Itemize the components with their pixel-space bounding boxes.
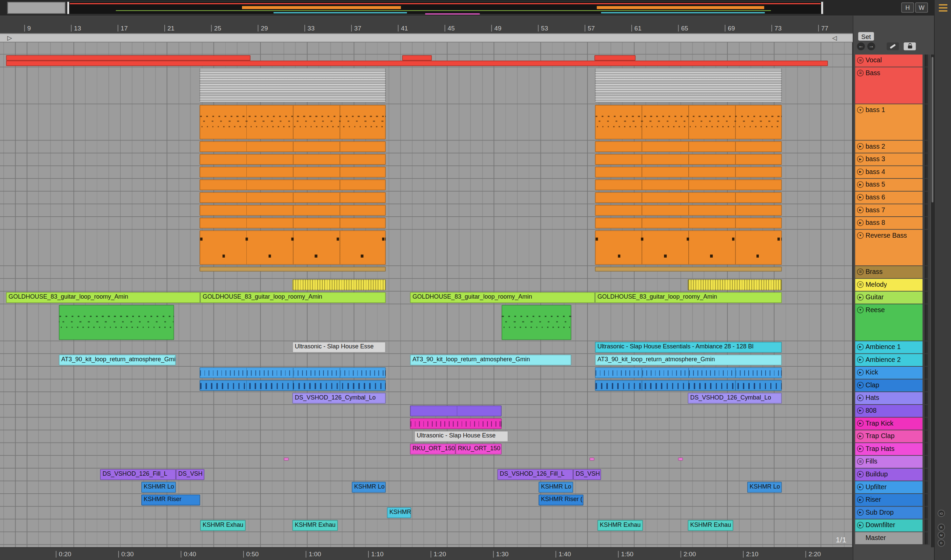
lane-trap-kick[interactable] bbox=[0, 417, 852, 430]
clip-ds-vshod-126-fill-l[interactable]: DS_VSHOD_126_Fill_L bbox=[497, 469, 573, 480]
clip-bass-8[interactable] bbox=[595, 218, 782, 229]
lane-bass-5[interactable] bbox=[0, 179, 852, 192]
clip-kshmr-exhau[interactable]: KSHMR Exhau bbox=[688, 520, 733, 531]
clip-ds-vsh[interactable]: DS_VSH bbox=[573, 469, 601, 480]
clip-bass-7[interactable] bbox=[200, 205, 386, 216]
clip-clap[interactable] bbox=[595, 380, 782, 391]
fold-closed-icon[interactable]: ▶ bbox=[857, 407, 864, 414]
track-name-box[interactable]: ▶bass 2 bbox=[855, 140, 923, 153]
clip-reverse-bass[interactable] bbox=[595, 230, 782, 265]
lane-upfilter[interactable]: KSHMR LoKSHMR LoKSHMR LoKSHMR Lo bbox=[0, 481, 852, 494]
clip-bass-1[interactable] bbox=[595, 105, 782, 140]
track-header-riser[interactable]: ▶Riser bbox=[855, 494, 929, 507]
lane-ambience-2[interactable]: AT3_90_kit_loop_return_atmosphere_GminAT… bbox=[0, 354, 852, 367]
track-header-trap-clap[interactable]: ▶Trap Clap bbox=[855, 430, 929, 443]
clip-goldhouse-83-guitar-loop-roomy-amin[interactable]: GOLDHOUSE_83_guitar_loop_roomy_Amin bbox=[410, 292, 595, 303]
scrub-area[interactable]: ▷ ◁ bbox=[0, 33, 853, 42]
track-name-box[interactable]: ▶Hats bbox=[855, 392, 923, 404]
fold-closed-icon[interactable]: ▶ bbox=[857, 156, 864, 163]
track-header-downfilter[interactable]: ▶Downfilter bbox=[855, 519, 929, 532]
lanes-icon[interactable]: ≡ bbox=[857, 282, 864, 288]
track-name-box[interactable]: ≡Vocal bbox=[855, 54, 923, 67]
lanes-icon[interactable]: ≡ bbox=[857, 57, 864, 64]
clip-bass-3[interactable] bbox=[200, 154, 386, 165]
clip-ultrasonic-slap-house-esse[interactable]: Ultrasonic - Slap House Esse bbox=[414, 431, 508, 442]
track-header-guitar[interactable]: ▶Guitar bbox=[855, 292, 929, 305]
clip-bass[interactable] bbox=[200, 68, 386, 102]
track-name-box[interactable]: ▼Reese bbox=[855, 305, 923, 341]
track-name-box[interactable]: ▶Kick bbox=[855, 367, 923, 379]
fold-closed-icon[interactable]: ▶ bbox=[857, 394, 864, 401]
track-name-box[interactable]: ▶Trap Hats bbox=[855, 443, 923, 455]
clip-melody[interactable] bbox=[688, 279, 781, 290]
clip-reese[interactable] bbox=[59, 305, 174, 340]
panel-toggle-r[interactable]: R bbox=[938, 524, 945, 531]
track-header-bass-8[interactable]: ▶bass 8 bbox=[855, 217, 929, 230]
lane-empty[interactable] bbox=[0, 42, 852, 54]
track-name-box[interactable]: ▶808 bbox=[855, 405, 923, 417]
track-name-box[interactable]: ▶bass 5 bbox=[855, 179, 923, 191]
lane-bass-2[interactable] bbox=[0, 140, 852, 153]
track-name-box[interactable]: ▶bass 3 bbox=[855, 153, 923, 166]
track-name-box[interactable]: ▶Sub Drop bbox=[855, 506, 923, 519]
clip-kshmr-lo[interactable]: KSHMR Lo bbox=[539, 482, 573, 492]
draw-mode-button[interactable] bbox=[887, 42, 899, 50]
clip-ds-vshod-126-cymbal-lo[interactable]: DS_VSHOD_126_Cymbal_Lo bbox=[292, 393, 386, 403]
lane-clap[interactable] bbox=[0, 380, 852, 392]
track-name-box[interactable]: ≡Brass bbox=[855, 266, 923, 278]
clip-clap[interactable] bbox=[200, 380, 386, 391]
clip-kshmr-lo[interactable]: KSHMR Lo bbox=[141, 482, 176, 492]
panel-toggle-m[interactable]: M bbox=[938, 532, 945, 538]
clip-goldhouse-83-guitar-loop-roomy-amin[interactable]: GOLDHOUSE_83_guitar_loop_roomy_Amin bbox=[200, 292, 386, 303]
clip-vocal[interactable] bbox=[402, 55, 432, 61]
track-header-hats[interactable]: ▶Hats bbox=[855, 392, 929, 405]
arrangement-area[interactable]: GOLDHOUSE_83_guitar_loop_roomy_AminGOLDH… bbox=[0, 42, 853, 547]
lane-hats[interactable]: DS_VSHOD_126_Cymbal_LoDS_VSHOD_126_Cymba… bbox=[0, 392, 852, 405]
clip-at3-90-kit-loop-return-atmosphere-gmin[interactable]: AT3_90_kit_loop_return_atmosphere_Gmin bbox=[410, 354, 571, 365]
lanes-icon[interactable]: ≡ bbox=[857, 268, 864, 275]
lane-riser[interactable]: KSHMR RiserKSHMR Riser ( bbox=[0, 494, 852, 507]
track-name-box[interactable]: ▶Buildup bbox=[855, 469, 923, 481]
track-header-bass-4[interactable]: ▶bass 4 bbox=[855, 166, 929, 179]
lane-melody[interactable] bbox=[0, 278, 852, 292]
clip-ds-vshod-126-fill-l[interactable]: DS_VSHOD_126_Fill_L bbox=[100, 469, 176, 480]
track-name-box[interactable]: ≡Melody bbox=[855, 278, 923, 291]
track-header-vocal[interactable]: ≡Vocal bbox=[855, 54, 929, 68]
lane-kick[interactable] bbox=[0, 367, 852, 380]
overview-left-region[interactable] bbox=[7, 2, 65, 14]
track-name-box[interactable]: Master bbox=[855, 532, 923, 545]
lane-fills[interactable] bbox=[0, 456, 852, 469]
track-header-bass-6[interactable]: ▶bass 6 bbox=[855, 192, 929, 205]
fold-closed-icon[interactable]: ▶ bbox=[857, 344, 864, 351]
clip-bass-5[interactable] bbox=[200, 180, 386, 190]
track-header-fills[interactable]: ≡Fills bbox=[855, 456, 929, 469]
track-header-sub-drop[interactable]: ▶Sub Drop bbox=[855, 506, 929, 519]
fold-closed-icon[interactable]: ▶ bbox=[857, 219, 864, 226]
track-header-808[interactable]: ▶808 bbox=[855, 405, 929, 418]
clip-rku-ort-150[interactable]: RKU_ORT_150 bbox=[410, 443, 455, 454]
fold-closed-icon[interactable]: ▶ bbox=[857, 143, 864, 150]
track-name-box[interactable]: ▶Ambience 2 bbox=[855, 354, 923, 366]
clip-808[interactable] bbox=[410, 406, 502, 417]
track-name-box[interactable]: ▶Trap Clap bbox=[855, 430, 923, 443]
fold-closed-icon[interactable]: ▶ bbox=[857, 382, 864, 389]
clip-kick[interactable] bbox=[200, 367, 386, 378]
fold-closed-icon[interactable]: ▶ bbox=[857, 471, 864, 478]
track-name-box[interactable]: ▶Downfilter bbox=[855, 519, 923, 532]
lane-downfilter[interactable]: KSHMR ExhauKSHMR ExhauKSHMR ExhauKSHMR E… bbox=[0, 519, 852, 532]
clip-rku-ort-150[interactable]: RKU_ORT_150 bbox=[455, 443, 502, 454]
track-header-upfilter[interactable]: ▶Upfilter bbox=[855, 481, 929, 494]
clip-trap-kick[interactable] bbox=[410, 418, 502, 429]
track-name-box[interactable]: ▼Reverse Bass bbox=[855, 229, 923, 265]
lane-bass-7[interactable] bbox=[0, 204, 852, 217]
lane-vocal[interactable] bbox=[0, 54, 852, 68]
track-name-box[interactable]: ▶bass 6 bbox=[855, 192, 923, 204]
track-header-bass-2[interactable]: ▶bass 2 bbox=[855, 140, 929, 153]
clip-reverse-bass[interactable] bbox=[200, 230, 386, 265]
track-header-kick[interactable]: ▶Kick bbox=[855, 367, 929, 380]
fold-closed-icon[interactable]: ▶ bbox=[857, 369, 864, 376]
fold-closed-icon[interactable]: ▶ bbox=[857, 433, 864, 440]
track-name-box[interactable]: ≡Bass bbox=[855, 68, 923, 104]
fold-closed-icon[interactable]: ▶ bbox=[857, 509, 864, 516]
track-name-box[interactable]: ▶bass 4 bbox=[855, 166, 923, 178]
